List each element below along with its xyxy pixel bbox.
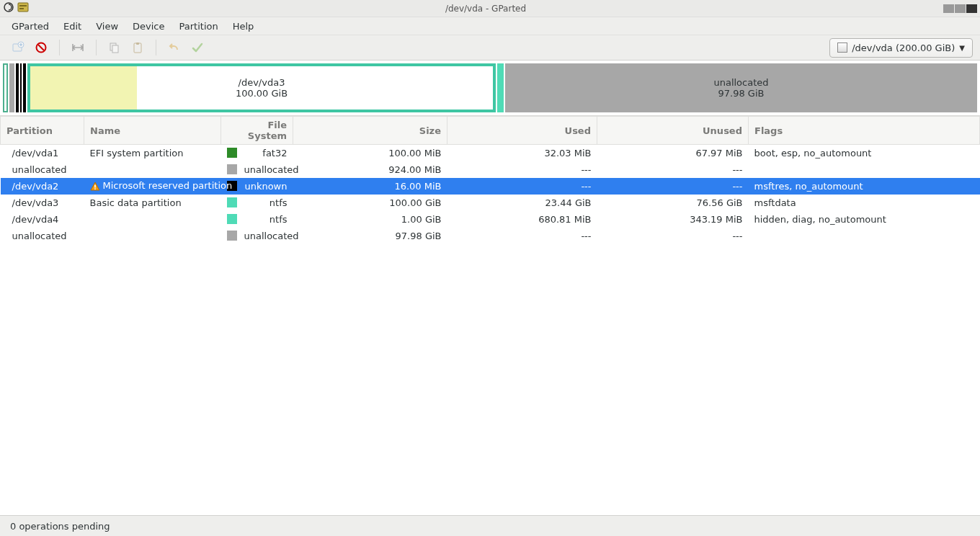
delete-partition-button[interactable] — [30, 37, 52, 58]
titlebar: /dev/vda - GParted — [0, 0, 980, 17]
window-title: /dev/vda - GParted — [29, 4, 943, 14]
device-selector[interactable]: /dev/vda (200.00 GiB) ▼ — [829, 38, 973, 58]
copy-button[interactable] — [104, 37, 125, 58]
fs-swatch-icon — [227, 197, 237, 207]
cell-unused: --- — [597, 178, 749, 195]
fs-swatch-icon — [227, 148, 237, 158]
graph-seg-unalloc-2[interactable]: unallocated 97.98 GiB — [505, 63, 977, 112]
warning-icon — [90, 182, 100, 192]
cell-name — [84, 161, 221, 178]
debian-swirl-icon[interactable] — [3, 1, 14, 15]
cell-filesystem: fat32 — [221, 145, 293, 161]
cell-partition: /dev/vda3 — [1, 195, 84, 211]
menu-device[interactable]: Device — [125, 19, 172, 34]
table-row[interactable]: /dev/vda1EFI system partitionfat32100.00… — [1, 145, 980, 161]
graph-seg-unalloc-1[interactable] — [9, 63, 14, 112]
device-selector-label: /dev/vda (200.00 GiB) — [852, 43, 955, 53]
menu-view[interactable]: View — [89, 19, 125, 34]
cell-unused: 76.56 GiB — [597, 195, 749, 211]
cell-used: --- — [447, 228, 597, 244]
cell-name — [84, 211, 221, 228]
table-row[interactable]: unallocatedunallocated924.00 MiB------ — [1, 161, 980, 178]
app-icon[interactable] — [17, 1, 29, 15]
cell-partition: /dev/vda2 — [1, 178, 84, 195]
cell-flags: msftdata — [749, 195, 980, 211]
cell-flags: msftres, no_automount — [749, 178, 980, 195]
col-filesystem[interactable]: File System — [221, 117, 293, 145]
statusbar: 0 operations pending — [0, 515, 980, 536]
menubar: GParted Edit View Device Partition Help — [0, 17, 980, 35]
svg-rect-15 — [94, 188, 96, 189]
cell-flags — [749, 161, 980, 178]
svg-rect-2 — [19, 5, 27, 6]
window-controls — [943, 4, 977, 13]
graph-vda3-label: /dev/vda3 — [236, 77, 288, 88]
menu-gparted[interactable]: GParted — [4, 19, 56, 34]
cell-name — [84, 228, 221, 244]
cell-used: 23.44 GiB — [447, 195, 597, 211]
cell-partition: /dev/vda4 — [1, 211, 84, 228]
cell-used: --- — [447, 178, 597, 195]
cell-size: 100.00 GiB — [293, 195, 447, 211]
maximize-icon[interactable] — [955, 4, 966, 13]
cell-unused: --- — [597, 161, 749, 178]
graph-seg-vda2[interactable] — [16, 63, 26, 112]
table-row[interactable]: /dev/vda4ntfs1.00 GiB680.81 MiB343.19 Mi… — [1, 211, 980, 228]
graph-unalloc-label: unallocated — [713, 77, 768, 88]
paste-button[interactable] — [127, 37, 148, 58]
toolbar: /dev/vda (200.00 GiB) ▼ — [0, 35, 980, 61]
partition-table: Partition Name File System Size Used Unu… — [0, 115, 980, 515]
apply-button[interactable] — [187, 37, 208, 58]
menu-help[interactable]: Help — [226, 19, 262, 34]
cell-filesystem: ntfs — [221, 211, 293, 228]
cell-flags: boot, esp, no_automount — [749, 145, 980, 161]
menu-edit[interactable]: Edit — [56, 19, 89, 34]
cell-partition: unallocated — [1, 161, 84, 178]
fs-swatch-icon — [227, 231, 237, 241]
svg-rect-13 — [136, 43, 139, 45]
hard-disk-icon — [837, 43, 847, 53]
cell-unused: 67.97 MiB — [597, 145, 749, 161]
cell-name: EFI system partition — [84, 145, 221, 161]
menu-partition[interactable]: Partition — [172, 19, 226, 34]
cell-name: Microsoft reserved partition — [84, 178, 221, 195]
graph-unalloc-size: 97.98 GiB — [718, 88, 765, 99]
resize-move-button[interactable] — [67, 37, 89, 58]
svg-rect-3 — [19, 8, 24, 9]
cell-used: 32.03 MiB — [447, 145, 597, 161]
col-partition[interactable]: Partition — [1, 117, 84, 145]
new-partition-button[interactable] — [7, 37, 29, 58]
col-size[interactable]: Size — [293, 117, 447, 145]
graph-seg-vda1[interactable] — [3, 63, 8, 112]
svg-rect-14 — [94, 184, 96, 187]
cell-size: 924.00 MiB — [293, 161, 447, 178]
cell-size: 100.00 MiB — [293, 145, 447, 161]
svg-line-7 — [38, 45, 44, 50]
col-unused[interactable]: Unused — [597, 117, 749, 145]
cell-size: 97.98 GiB — [293, 228, 447, 244]
cell-unused: 343.19 MiB — [597, 211, 749, 228]
cell-used: 680.81 MiB — [447, 211, 597, 228]
cell-flags — [749, 228, 980, 244]
cell-size: 1.00 GiB — [293, 211, 447, 228]
undo-button[interactable] — [164, 37, 185, 58]
table-row[interactable]: unallocatedunallocated97.98 GiB------ — [1, 228, 980, 244]
col-flags[interactable]: Flags — [749, 117, 980, 145]
cell-partition: /dev/vda1 — [1, 145, 84, 161]
status-text: 0 operations pending — [10, 521, 110, 532]
cell-used: --- — [447, 161, 597, 178]
cell-filesystem: unallocated — [221, 161, 293, 178]
svg-rect-11 — [112, 45, 118, 53]
minimize-icon[interactable] — [943, 4, 954, 13]
graph-vda3-size: 100.00 GiB — [236, 88, 288, 99]
close-icon[interactable] — [966, 4, 977, 13]
graph-seg-vda4[interactable] — [497, 63, 504, 112]
svg-rect-1 — [18, 3, 28, 12]
col-name[interactable]: Name — [84, 117, 221, 145]
table-row[interactable]: /dev/vda3Basic data partitionntfs100.00 … — [1, 195, 980, 211]
table-row[interactable]: /dev/vda2Microsoft reserved partitionunk… — [1, 178, 980, 195]
chevron-down-icon: ▼ — [959, 44, 965, 52]
col-used[interactable]: Used — [447, 117, 597, 145]
graph-seg-vda3[interactable]: /dev/vda3 100.00 GiB — [27, 63, 496, 112]
cell-size: 16.00 MiB — [293, 178, 447, 195]
